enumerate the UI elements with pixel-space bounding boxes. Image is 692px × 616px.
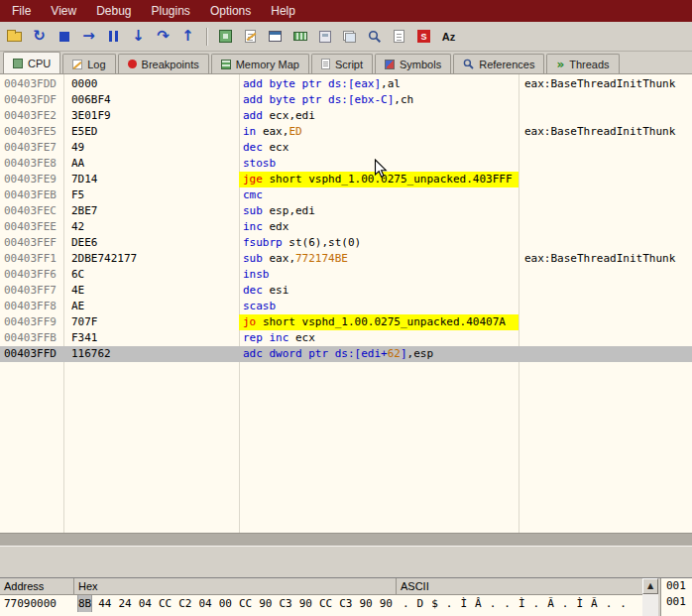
memory-button[interactable]	[288, 25, 311, 48]
disasm-row[interactable]: 00403FFBF341rep inc ecx	[0, 330, 692, 346]
tab-memory-map[interactable]: Memory Map	[211, 54, 309, 73]
disasm-row[interactable]: 00403FEBF5cmc	[0, 187, 692, 203]
disasm-horizontal-scrollbar[interactable]	[0, 533, 692, 546]
menu-help[interactable]: Help	[261, 1, 305, 21]
toolbar-separator	[206, 28, 207, 46]
disasm-row[interactable]: 00403FEFDEE6fsubrp st(6),st(0)	[0, 235, 692, 251]
instruction-comment	[519, 219, 692, 235]
symbols-icon	[385, 60, 395, 69]
dump-pane[interactable]: Address Hex ASCII 770900008B442404CCC204…	[0, 578, 642, 616]
scroll-up-button[interactable]: ▲	[642, 578, 658, 594]
step-over-button[interactable]: ↷	[152, 25, 174, 48]
instruction-comment	[519, 283, 692, 299]
disasm-row[interactable]: 00403FE8AAstosb	[0, 156, 692, 172]
disasm-row[interactable]: 00403FDD0000add byte ptr ds:[eax],aleax:…	[0, 76, 692, 92]
tab-log[interactable]: Log	[62, 54, 115, 73]
hex-byte[interactable]: 90	[299, 595, 312, 612]
hex-byte[interactable]: C2	[178, 595, 191, 612]
font-options-button[interactable]: Az	[437, 25, 460, 48]
dump-scrollbar[interactable]: ▲	[642, 578, 658, 616]
hex-byte[interactable]: CC	[319, 595, 332, 612]
breakpoint-dot-icon	[128, 60, 137, 68]
menu-file[interactable]: File	[2, 1, 41, 21]
disasm-row[interactable]: 00403FEC2BE7sub esp,edi	[0, 203, 692, 219]
tab-breakpoints[interactable]: Breakpoints	[118, 54, 209, 73]
settings-button[interactable]: S	[412, 25, 435, 48]
dump-scrollbar-track[interactable]	[642, 594, 658, 616]
hex-byte[interactable]: 24	[119, 595, 132, 612]
hex-byte[interactable]: 90	[259, 595, 272, 612]
info-box	[0, 546, 692, 577]
instruction-comment	[519, 92, 692, 108]
stop-button[interactable]	[53, 25, 75, 48]
disasm-row[interactable]: 00403FF12DBE742177sub eax,772174BEeax:Ba…	[0, 251, 692, 267]
instruction-text: add byte ptr ds:[ebx-C],ch	[239, 92, 519, 108]
open-file-button[interactable]	[3, 25, 26, 48]
instruction-bytes: AE	[63, 299, 239, 314]
menu-plugins[interactable]: Plugins	[142, 1, 200, 21]
disassembly-rows: 00403FDD0000add byte ptr ds:[eax],aleax:…	[0, 74, 692, 362]
hex-byte[interactable]: C3	[280, 595, 292, 612]
calculator-button[interactable]	[313, 25, 336, 48]
disasm-row[interactable]: 00403FF9707Fjo short vsphd_1.00.0275_unp…	[0, 314, 692, 330]
pause-button[interactable]	[102, 25, 125, 48]
dump-row[interactable]: 770900008B442404CCC20400CC90C390CCC39090…	[0, 595, 642, 612]
stack-pane[interactable]: 001001	[660, 578, 692, 616]
menu-options[interactable]: Options	[200, 1, 261, 21]
step-into-button[interactable]: ↓	[127, 25, 150, 48]
menu-view[interactable]: View	[41, 1, 86, 21]
hex-byte[interactable]: 90	[360, 595, 373, 612]
pause-icon	[109, 31, 118, 42]
tab-cpu[interactable]: CPU	[3, 52, 60, 73]
hex-byte[interactable]: 44	[98, 595, 111, 612]
layers-button[interactable]	[338, 25, 361, 48]
disasm-row[interactable]: 00403FF8AEscasb	[0, 299, 692, 314]
notes-button[interactable]	[239, 25, 262, 48]
menu-debug[interactable]: Debug	[86, 1, 141, 21]
disasm-row[interactable]: 00403FFD116762adc dword ptr ds:[edi+62],…	[0, 346, 692, 362]
tab-threads[interactable]: »Threads	[546, 54, 619, 73]
disasm-row[interactable]: 00403FDF006BF4add byte ptr ds:[ebx-C],ch	[0, 92, 692, 108]
execute-till-return-button[interactable]: ↑	[176, 25, 199, 48]
search-button[interactable]	[363, 25, 386, 48]
window-button[interactable]	[264, 25, 287, 48]
chip-button[interactable]	[214, 25, 237, 48]
hex-byte[interactable]: CC	[159, 595, 172, 612]
disasm-row[interactable]: 00403FE749dec ecx	[0, 140, 692, 156]
tab-script[interactable]: Script	[311, 54, 373, 73]
disasm-row[interactable]: 00403FEE42inc edx	[0, 219, 692, 235]
restart-button[interactable]: ↻	[28, 25, 51, 48]
calculator-icon	[319, 31, 331, 43]
search-icon	[368, 30, 382, 44]
run-button[interactable]: →	[77, 25, 100, 48]
tab-label: Breakpoints	[142, 59, 199, 70]
hex-byte[interactable]: 00	[219, 595, 232, 612]
tab-references[interactable]: References	[453, 54, 544, 73]
debugger-window: File View Debug Plugins Options Help ↻ →…	[0, 0, 692, 616]
disasm-row[interactable]: 00403FE5E5EDin eax,EDeax:BaseThreadInitT…	[0, 124, 692, 140]
font-icon: Az	[442, 31, 455, 43]
layers-icon	[343, 31, 356, 43]
instruction-text: fsubrp st(6),st(0)	[239, 235, 519, 251]
disasm-row[interactable]: 00403FE97D14jge short vsphd_1.00.0275_un…	[0, 172, 692, 187]
dump-ascii: .D$.ÌÂ..Ì.Ã.ÌÃ..	[397, 595, 642, 612]
hex-byte[interactable]: 04	[199, 595, 212, 612]
hex-byte[interactable]: 90	[380, 595, 393, 612]
disasm-row[interactable]: 00403FF74Edec esi	[0, 283, 692, 299]
hex-byte[interactable]: CC	[239, 595, 252, 612]
disassembly-pane[interactable]: 00403FDD0000add byte ptr ds:[eax],aleax:…	[0, 74, 692, 533]
disasm-row[interactable]: 00403FE23E01F9add ecx,edi	[0, 108, 692, 124]
hex-byte[interactable]: 04	[139, 595, 152, 612]
disasm-row[interactable]: 00403FF66Cinsb	[0, 267, 692, 283]
memory-map-icon	[221, 60, 231, 69]
stack-row[interactable]: 001	[661, 594, 692, 610]
instruction-bytes: E5ED	[63, 124, 239, 140]
arrow-up-icon: ▲	[647, 582, 653, 590]
tab-symbols[interactable]: Symbols	[375, 54, 451, 73]
hex-byte[interactable]: C3	[339, 595, 352, 612]
stack-row[interactable]: 001	[661, 578, 692, 594]
memory-icon	[293, 32, 307, 41]
instruction-bytes: F5	[63, 187, 239, 203]
hex-byte[interactable]: 8B	[78, 595, 91, 612]
script-button[interactable]	[388, 25, 410, 48]
